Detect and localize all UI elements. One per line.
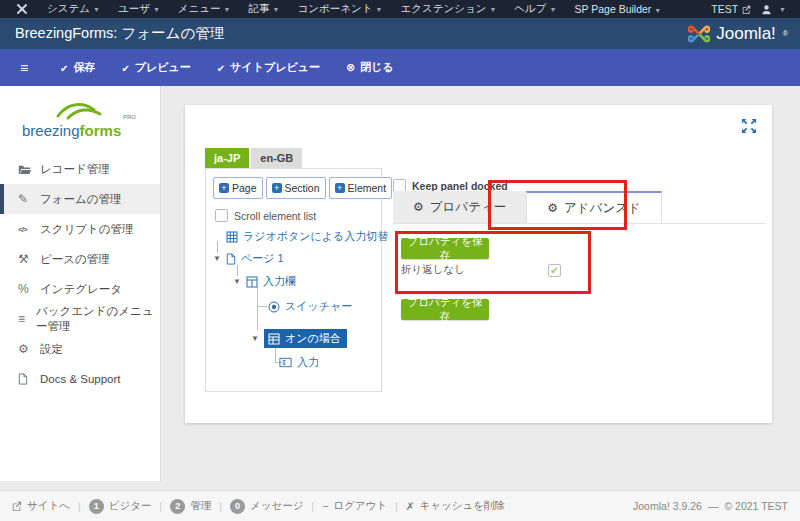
sidebar-item-records[interactable]: レコード管理 bbox=[0, 154, 160, 184]
gear-icon bbox=[413, 200, 424, 214]
caret-down-icon: ▼ bbox=[233, 277, 241, 286]
external-link-icon bbox=[742, 5, 751, 14]
toolbar: ≡ 保存 プレビュー サイトプレビュー 閉じる bbox=[0, 49, 800, 86]
edit-icon: ✎ bbox=[18, 192, 40, 206]
tree-node-switcher[interactable]: スイッチャー bbox=[268, 299, 352, 314]
code-icon: </> bbox=[18, 225, 40, 234]
hamburger-icon[interactable]: ≡ bbox=[20, 60, 60, 76]
plus-icon: + bbox=[219, 183, 229, 193]
table-icon bbox=[268, 333, 280, 345]
section-icon bbox=[246, 276, 258, 288]
check-icon bbox=[60, 62, 68, 74]
scroll-element-list-checkbox[interactable] bbox=[215, 209, 228, 222]
keep-panel-docked-label: Keep panel docked bbox=[412, 180, 508, 192]
tree-node-root[interactable]: ラジオボタンによる入力切替 bbox=[226, 229, 388, 244]
separator: | bbox=[219, 500, 222, 512]
sidebar-item-settings[interactable]: ⚙設定 bbox=[0, 334, 160, 364]
site-name-link[interactable]: TEST bbox=[711, 3, 751, 15]
sidebar-item-backend-menu[interactable]: ≡バックエンドのメニュー管理 bbox=[0, 304, 160, 334]
admins-badge: 2 bbox=[170, 499, 185, 514]
nowrap-label: 折り返しなし bbox=[401, 263, 465, 277]
form-editor-card: ja-JP en-GB +Page +Section +Element Scro… bbox=[185, 105, 772, 423]
save-properties-button-2[interactable]: プロパティを保存 bbox=[401, 299, 489, 320]
check-icon bbox=[217, 62, 225, 74]
sidebar-item-integrator[interactable]: %インテグレータ bbox=[0, 274, 160, 304]
person-icon bbox=[761, 4, 772, 15]
pro-badge: PRO bbox=[123, 114, 136, 120]
menu-content[interactable]: 記事▼ bbox=[249, 2, 280, 16]
view-site-link[interactable]: サイトへ bbox=[12, 499, 70, 513]
add-buttons-row: +Page +Section +Element bbox=[213, 177, 392, 199]
user-menu[interactable]: ▼ bbox=[761, 4, 786, 15]
chevron-down-icon: ▼ bbox=[224, 6, 231, 13]
sidebar-item-docs[interactable]: Docs & Support bbox=[0, 364, 160, 394]
tree-node-input[interactable]: 入力 bbox=[279, 355, 319, 370]
list-icon: ≡ bbox=[18, 312, 36, 326]
page-title: BreezingForms: フォームの管理 bbox=[15, 24, 688, 43]
menu-extensions[interactable]: エクステンション▼ bbox=[400, 2, 496, 16]
tree-node-section[interactable]: ▼ 入力欄 bbox=[233, 274, 296, 289]
logout-link[interactable]: − ログアウト bbox=[322, 499, 387, 513]
tabs-separator bbox=[393, 223, 765, 224]
joomla-logo-icon bbox=[688, 23, 710, 45]
sidebar: breezingforms PRO レコード管理 ✎フォームの管理 </>スクリ… bbox=[0, 86, 161, 481]
add-section-button[interactable]: +Section bbox=[266, 177, 326, 199]
tab-properties[interactable]: プロパティー bbox=[393, 191, 526, 223]
menu-users[interactable]: ユーザ▼ bbox=[118, 2, 160, 16]
gears-icon bbox=[547, 201, 558, 215]
sidebar-item-pieces[interactable]: ⚒ピースの管理 bbox=[0, 244, 160, 274]
add-element-button[interactable]: +Element bbox=[329, 177, 393, 199]
tab-advanced[interactable]: アドバンスド bbox=[526, 191, 662, 223]
registered-mark: ® bbox=[783, 30, 788, 37]
preview-button[interactable]: プレビュー bbox=[121, 60, 190, 75]
chevron-down-icon: ▼ bbox=[93, 6, 100, 13]
link-icon: % bbox=[18, 282, 40, 296]
messages-status[interactable]: 0 メッセージ bbox=[230, 499, 303, 514]
document-icon bbox=[18, 373, 40, 385]
scroll-element-list-row: Scroll element list bbox=[215, 209, 316, 222]
language-tabs: ja-JP en-GB bbox=[205, 148, 302, 168]
menu-sp-page-builder[interactable]: SP Page Builder▼ bbox=[575, 3, 662, 15]
menu-help[interactable]: ヘルプ▼ bbox=[514, 2, 556, 16]
breezingforms-wordmark: breezingforms bbox=[22, 122, 121, 139]
sidebar-item-forms[interactable]: ✎フォームの管理 bbox=[0, 184, 160, 214]
caret-down-icon: ▼ bbox=[251, 334, 259, 343]
expand-icon[interactable] bbox=[742, 119, 756, 137]
footer-version: Joomla! 3.9.26 — © 2021 TEST bbox=[633, 500, 788, 512]
clear-cache-icon: ✗ bbox=[406, 500, 415, 512]
plus-icon: + bbox=[272, 183, 282, 193]
visitors-badge: 1 bbox=[89, 499, 104, 514]
selected-tree-node[interactable]: オンの場合 bbox=[264, 329, 347, 348]
messages-badge: 0 bbox=[230, 499, 245, 514]
close-button[interactable]: 閉じる bbox=[346, 60, 394, 75]
grid-icon bbox=[226, 231, 238, 243]
add-page-button[interactable]: +Page bbox=[213, 177, 263, 199]
radio-icon bbox=[268, 301, 280, 313]
visitors-status[interactable]: 1 ビジター bbox=[89, 499, 152, 514]
chevron-down-icon: ▼ bbox=[153, 6, 160, 13]
tree-node-on-case[interactable]: ▼ オンの場合 bbox=[251, 329, 347, 348]
chevron-down-icon: ▼ bbox=[550, 6, 557, 13]
save-properties-button[interactable]: プロパティを保存 bbox=[401, 238, 489, 259]
menu-components[interactable]: コンポーネント▼ bbox=[297, 2, 382, 16]
tree-node-page[interactable]: ▼ ページ 1 bbox=[213, 251, 284, 266]
menu-menus[interactable]: メニュー▼ bbox=[178, 2, 231, 16]
tab-ja-jp[interactable]: ja-JP bbox=[205, 148, 249, 168]
gear-icon: ⚙ bbox=[18, 342, 40, 356]
tree-connector bbox=[257, 306, 258, 330]
clear-cache-link[interactable]: ✗ キャッシュを削除 bbox=[406, 499, 505, 513]
page-icon bbox=[226, 253, 236, 265]
separator: | bbox=[78, 500, 81, 512]
nowrap-checkbox[interactable] bbox=[548, 264, 561, 277]
site-preview-button[interactable]: サイトプレビュー bbox=[217, 60, 320, 75]
admins-status[interactable]: 2 管理 bbox=[170, 499, 211, 514]
separator: | bbox=[159, 500, 162, 512]
sidebar-item-scripts[interactable]: </>スクリプトの管理 bbox=[0, 214, 160, 244]
chevron-down-icon: ▼ bbox=[375, 6, 382, 13]
tab-en-gb[interactable]: en-GB bbox=[251, 148, 302, 168]
menu-system[interactable]: システム▼ bbox=[47, 2, 100, 16]
save-button[interactable]: 保存 bbox=[60, 60, 95, 75]
joomla-logo-text: Joomla! bbox=[716, 24, 776, 44]
external-link-icon bbox=[12, 501, 22, 511]
status-bar: サイトへ | 1 ビジター | 2 管理 | 0 メッセージ | − ログアウト… bbox=[0, 490, 800, 521]
